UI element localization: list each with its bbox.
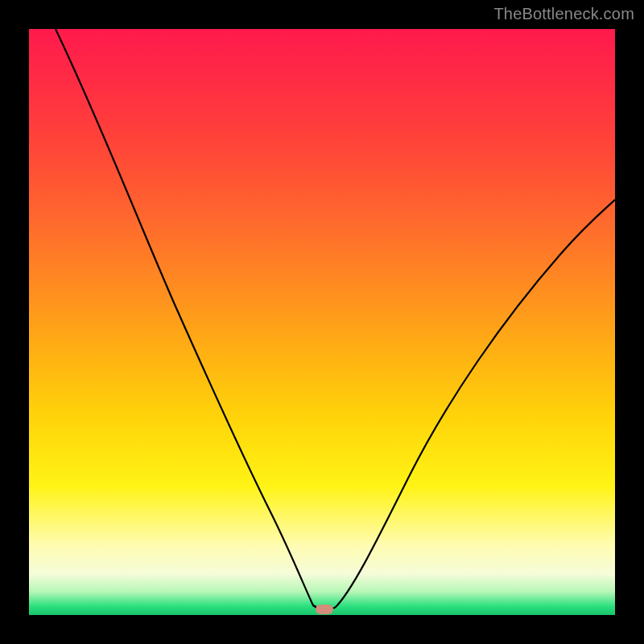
plot-area [29, 29, 615, 615]
bottleneck-marker [316, 605, 333, 614]
chart-frame: TheBottleneck.com [0, 0, 644, 644]
curve-left-branch [56, 29, 319, 609]
curve-right-branch [335, 200, 615, 608]
bottleneck-curve [29, 29, 615, 615]
watermark-text: TheBottleneck.com [493, 5, 634, 23]
